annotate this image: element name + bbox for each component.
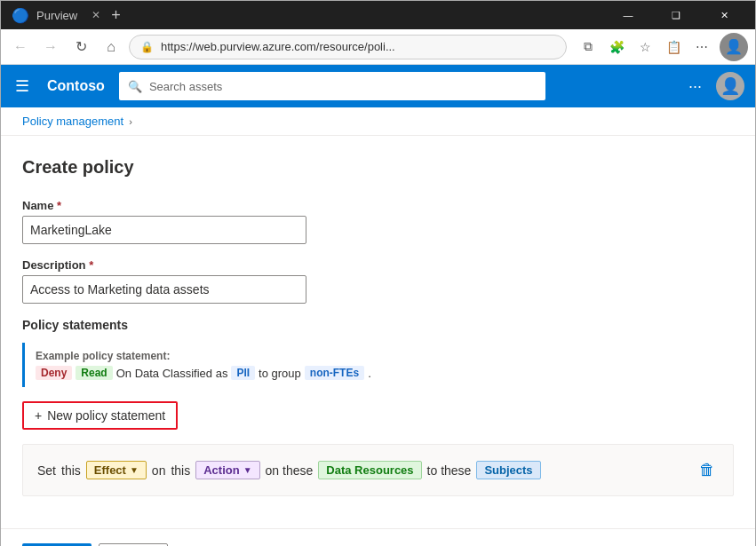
window-chrome: 🔵 Purview ✕ + — ❑ ✕ xyxy=(1,1,755,29)
data-resources-dropdown[interactable]: Data Resources xyxy=(318,461,421,479)
action-arrow-icon: ▼ xyxy=(243,465,252,475)
effect-dropdown[interactable]: Effect ▼ xyxy=(86,461,147,479)
name-required: * xyxy=(57,199,61,212)
description-field-group: Description * xyxy=(22,258,734,304)
window-tab-title: Purview xyxy=(36,9,77,22)
new-policy-plus-icon: + xyxy=(35,408,42,423)
header-actions: ··· 👤 xyxy=(681,72,744,100)
name-input[interactable] xyxy=(22,216,306,244)
example-deny-tag: Deny xyxy=(36,366,72,380)
set-text: Set xyxy=(37,463,56,478)
new-tab-icon[interactable]: + xyxy=(111,6,121,25)
minimize-button[interactable]: — xyxy=(608,1,649,29)
breadcrumb-separator: › xyxy=(129,116,132,127)
browser-profile-icon[interactable]: 👤 xyxy=(720,33,748,61)
favorites-button[interactable]: ☆ xyxy=(633,35,657,59)
description-label: Description * xyxy=(22,258,734,272)
browser-settings-button[interactable]: ⋯ xyxy=(689,35,714,59)
example-read-tag: Read xyxy=(76,366,112,380)
policy-row-text: Set this Effect ▼ on this Action ▼ on th… xyxy=(37,461,688,479)
close-tab-icon[interactable]: ✕ xyxy=(92,9,100,21)
url-bar[interactable]: 🔒 https://web.purview.azure.com/resource… xyxy=(129,35,567,59)
on-this-text: this xyxy=(171,463,190,478)
main-content: Create policy Name * Description * Polic… xyxy=(1,136,755,528)
browser-actions: ⧉ 🧩 ☆ 📋 ⋯ xyxy=(576,35,714,59)
collections-button[interactable]: 📋 xyxy=(661,35,686,59)
data-resources-label: Data Resources xyxy=(326,463,413,477)
to-these-text: to these xyxy=(427,463,472,478)
search-bar[interactable]: 🔍 Search assets xyxy=(119,72,545,100)
policy-row-delete-button[interactable]: 🗑 xyxy=(696,457,719,483)
refresh-button[interactable]: ↻ xyxy=(68,35,93,59)
maximize-button[interactable]: ❑ xyxy=(656,1,696,29)
hamburger-button[interactable]: ☰ xyxy=(12,73,33,99)
description-input[interactable] xyxy=(22,275,306,304)
page-title: Create policy xyxy=(22,157,734,178)
delete-icon: 🗑 xyxy=(699,461,715,479)
example-box: Example policy statement: Deny Read On D… xyxy=(22,343,734,387)
url-text: https://web.purview.azure.com/resource/p… xyxy=(161,40,395,53)
description-required: * xyxy=(89,258,93,272)
example-text1: On Data Classified as xyxy=(116,367,228,380)
forward-button[interactable]: → xyxy=(38,35,63,59)
effect-arrow-icon: ▼ xyxy=(130,465,139,475)
subjects-dropdown[interactable]: Subjects xyxy=(476,461,540,479)
app-header: ☰ Contoso 🔍 Search assets ··· 👤 xyxy=(1,65,755,107)
address-bar: ← → ↻ ⌂ 🔒 https://web.purview.azure.com/… xyxy=(1,29,755,65)
window-tab-icon: 🔵 xyxy=(12,7,29,24)
example-period: . xyxy=(368,367,371,380)
this-text: this xyxy=(61,463,81,478)
breadcrumb-bar: Policy management › xyxy=(1,107,755,136)
example-text2: to group xyxy=(259,367,301,380)
policy-statement-row: Set this Effect ▼ on this Action ▼ on th… xyxy=(22,444,734,496)
page-footer: + Save Cancel xyxy=(1,528,755,546)
browser-window: 🔵 Purview ✕ + — ❑ ✕ ← → ↻ ⌂ 🔒 https://we… xyxy=(0,0,756,546)
example-nonftes-tag: non-FTEs xyxy=(305,366,364,380)
back-button[interactable]: ← xyxy=(8,35,33,59)
lock-icon: 🔒 xyxy=(140,41,154,53)
policy-statements-title: Policy statements xyxy=(22,318,734,332)
name-field-group: Name * xyxy=(22,199,734,244)
new-policy-button[interactable]: + New policy statement xyxy=(22,401,178,430)
name-label: Name * xyxy=(22,199,734,212)
action-label: Action xyxy=(203,463,239,477)
on-text: on xyxy=(152,463,166,478)
extensions-button[interactable]: 🧩 xyxy=(604,35,629,59)
app-name: Contoso xyxy=(47,78,105,94)
home-button[interactable]: ⌂ xyxy=(99,35,123,59)
example-pii-tag: PII xyxy=(231,366,255,380)
action-dropdown[interactable]: Action ▼ xyxy=(195,461,259,479)
close-button[interactable]: ✕ xyxy=(704,1,744,29)
header-profile-icon[interactable]: 👤 xyxy=(716,72,744,100)
search-icon: 🔍 xyxy=(128,80,142,93)
breadcrumb-link[interactable]: Policy management xyxy=(22,115,123,128)
new-policy-label: New policy statement xyxy=(47,408,165,423)
on-these-text: on these xyxy=(266,463,314,478)
header-more-button[interactable]: ··· xyxy=(681,74,709,99)
subjects-label: Subjects xyxy=(484,463,532,477)
effect-label: Effect xyxy=(94,463,126,477)
example-label: Example policy statement: xyxy=(36,350,723,362)
window-controls: — ❑ ✕ xyxy=(608,1,744,29)
tab-search-button[interactable]: ⧉ xyxy=(576,35,601,59)
example-statement: Deny Read On Data Classified as PII to g… xyxy=(36,366,723,380)
search-placeholder: Search assets xyxy=(149,80,222,93)
